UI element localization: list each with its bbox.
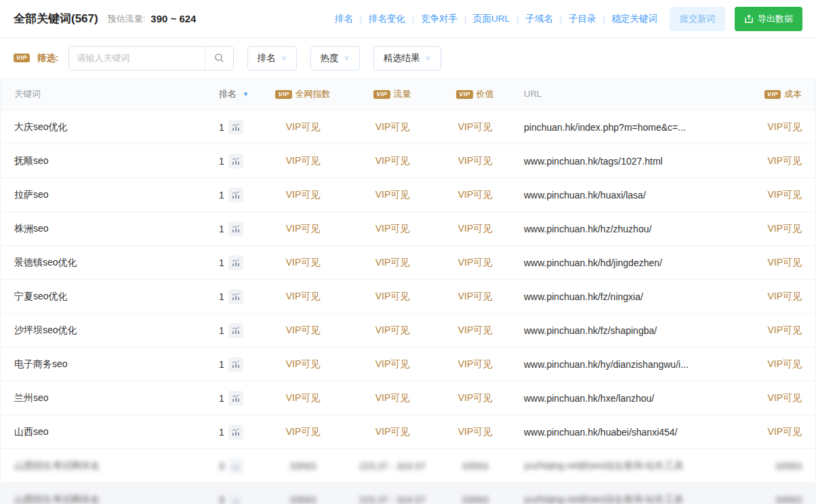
trend-chart-icon	[228, 459, 243, 474]
cost-vip-cell[interactable]: VIP可见	[739, 358, 815, 371]
value-vip-cell[interactable]: VIP可见	[434, 223, 516, 235]
cost-vip-cell[interactable]: VIP可见	[739, 324, 815, 337]
url-cell[interactable]: www.pinchuan.hk/tags/1027.html	[516, 156, 739, 167]
trend-chart-icon[interactable]	[228, 289, 243, 304]
keyword-cell: 景德镇seo优化	[1, 257, 211, 269]
value-vip-cell[interactable]: VIP可见	[434, 324, 516, 337]
col-header-value: VIP价值	[434, 88, 516, 100]
index-vip-cell[interactable]: VIP可见	[256, 426, 350, 438]
filter-label: 筛选:	[37, 52, 59, 64]
index-vip-cell[interactable]: VIP可见	[256, 121, 350, 133]
url-cell[interactable]: www.pinchuan.hk/hd/jingdezhen/	[516, 257, 739, 268]
submit-new-words-button[interactable]: 提交新词	[670, 7, 725, 31]
col-header-traffic: VIP流量	[350, 88, 434, 100]
col-header-keyword: 关键词	[1, 88, 211, 100]
rank-cell: 3	[211, 459, 256, 474]
nav-competitors[interactable]: 竞争对手	[421, 13, 457, 25]
page-title: 全部关键词(567)	[14, 11, 98, 26]
view-nav: 排名| 排名变化| 竞争对手| 页面URL| 子域名| 子目录| 稳定关键词	[335, 13, 657, 25]
url-cell[interactable]: www.pinchuan.hk/huabei/shanxi454/	[516, 427, 739, 438]
trend-chart-icon[interactable]	[228, 425, 243, 440]
chevron-down-icon: ∨	[426, 54, 431, 62]
trend-chart-icon[interactable]	[228, 222, 243, 236]
rank-cell: 1	[211, 222, 256, 236]
rank-value: 1	[219, 190, 224, 201]
keyword-cell: 抚顺seo	[1, 155, 211, 167]
value-vip-cell[interactable]: VIP可见	[434, 257, 516, 269]
trend-chart-icon[interactable]	[228, 323, 243, 338]
url-cell[interactable]: pinchuan.hk/index.php?m=home&c=...	[516, 122, 739, 133]
trend-chart-icon[interactable]	[228, 188, 243, 203]
export-data-button[interactable]: 导出数据	[735, 7, 802, 31]
traffic-vip-cell[interactable]: VIP可见	[350, 223, 434, 235]
rank-cell: 1	[211, 391, 256, 406]
chevron-down-icon: ∨	[281, 54, 287, 62]
value-vip-cell[interactable]: VIP可见	[434, 291, 516, 303]
col-header-rank[interactable]: 排名 ▼	[211, 88, 256, 100]
traffic-vip-cell[interactable]: VIP可见	[350, 189, 434, 201]
value-vip-cell[interactable]: VIP可见	[434, 358, 516, 371]
cost-vip-cell[interactable]: VIP可见	[739, 155, 815, 167]
rank-value: 3	[219, 461, 224, 471]
nav-stable-keywords[interactable]: 稳定关键词	[612, 13, 658, 25]
nav-page-url[interactable]: 页面URL	[473, 13, 510, 25]
url-cell[interactable]: www.pinchuan.hk/huaxi/lasa/	[516, 190, 739, 201]
vip-badge: VIP	[14, 54, 30, 62]
featured-filter-dropdown[interactable]: 精选结果 ∨	[373, 46, 441, 70]
nav-separator: |	[464, 14, 466, 24]
value-vip-cell[interactable]: VIP可见	[434, 189, 516, 201]
value-vip-cell[interactable]: VIP可见	[434, 392, 516, 404]
traffic-vip-cell[interactable]: VIP可见	[350, 257, 434, 269]
index-vip-cell[interactable]: VIP可见	[256, 392, 350, 404]
cost-cell: 33563	[739, 495, 815, 504]
traffic-vip-cell[interactable]: VIP可见	[350, 324, 434, 337]
cost-vip-cell[interactable]: VIP可见	[739, 223, 815, 235]
index-header-label: 全网指数	[295, 89, 331, 99]
nav-rank-change[interactable]: 排名变化	[369, 13, 405, 25]
url-cell[interactable]: www.pinchuan.hk/hy/dianzishangwu/i...	[516, 359, 739, 370]
traffic-vip-cell[interactable]: VIP可见	[350, 155, 434, 167]
trend-chart-icon[interactable]	[228, 154, 243, 169]
keyword-cell: 山西seo	[1, 426, 211, 438]
cost-vip-cell[interactable]: VIP可见	[739, 257, 815, 269]
cost-header-label: 成本	[784, 89, 802, 99]
index-vip-cell[interactable]: VIP可见	[256, 291, 350, 303]
traffic-vip-cell[interactable]: VIP可见	[350, 121, 434, 133]
url-cell[interactable]: www.pinchuan.hk/fz/ningxia/	[516, 291, 739, 302]
index-vip-cell[interactable]: VIP可见	[256, 155, 350, 167]
value-vip-cell[interactable]: VIP可见	[434, 426, 516, 438]
traffic-vip-cell[interactable]: VIP可见	[350, 392, 434, 404]
value-vip-cell[interactable]: VIP可见	[434, 155, 516, 167]
url-cell[interactable]: www.pinchuan.hk/hz/zhuzhou/	[516, 224, 739, 234]
traffic-vip-cell[interactable]: VIP可见	[350, 358, 434, 371]
trend-chart-icon[interactable]	[228, 120, 243, 135]
index-vip-cell[interactable]: VIP可见	[256, 358, 350, 371]
index-vip-cell[interactable]: VIP可见	[256, 223, 350, 235]
traffic-vip-cell[interactable]: VIP可见	[350, 426, 434, 438]
search-button[interactable]	[205, 47, 233, 70]
traffic-vip-cell[interactable]: VIP可见	[350, 291, 434, 303]
url-cell[interactable]: www.pinchuan.hk/fz/shapingba/	[516, 325, 739, 336]
cost-vip-cell[interactable]: VIP可见	[739, 426, 815, 438]
cost-vip-cell[interactable]: VIP可见	[739, 121, 815, 133]
value-vip-cell[interactable]: VIP可见	[434, 121, 516, 133]
heat-filter-dropdown[interactable]: 热度 ∨	[310, 46, 360, 70]
keyword-cell: 沙坪坝seo优化	[1, 324, 211, 337]
table-row: 大庆seo优化 1 VIP可见 VIP可见 VIP可见 pinchuan.hk/…	[1, 110, 815, 144]
trend-chart-icon[interactable]	[228, 391, 243, 406]
nav-rank[interactable]: 排名	[335, 13, 353, 25]
index-vip-cell[interactable]: VIP可见	[256, 189, 350, 201]
nav-subdirectory[interactable]: 子目录	[569, 13, 596, 25]
index-vip-cell[interactable]: VIP可见	[256, 324, 350, 337]
search-input[interactable]	[69, 47, 205, 70]
index-vip-cell[interactable]: VIP可见	[256, 257, 350, 269]
nav-separator: |	[412, 14, 414, 24]
cost-vip-cell[interactable]: VIP可见	[739, 291, 815, 303]
nav-subdomain[interactable]: 子域名	[525, 13, 553, 25]
cost-vip-cell[interactable]: VIP可见	[739, 392, 815, 404]
cost-vip-cell[interactable]: VIP可见	[739, 189, 815, 201]
trend-chart-icon[interactable]	[228, 255, 243, 270]
trend-chart-icon[interactable]	[228, 357, 243, 372]
rank-filter-dropdown[interactable]: 排名 ∨	[247, 46, 297, 70]
url-cell[interactable]: www.pinchuan.hk/hxe/lanzhou/	[516, 393, 739, 404]
